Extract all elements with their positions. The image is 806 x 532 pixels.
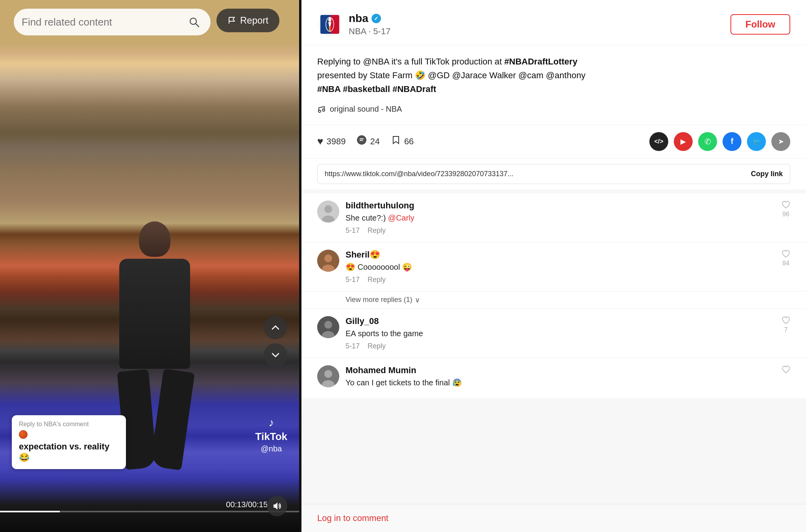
reply-button[interactable]: Reply <box>368 342 386 350</box>
share-code-button[interactable]: </> <box>649 132 668 151</box>
heart-icon: ♥ <box>317 135 323 147</box>
volume-button[interactable] <box>267 496 287 516</box>
svg-marker-2 <box>274 503 277 510</box>
tiktok-handle: @nba <box>261 444 282 453</box>
share-pocket-button[interactable]: ▶ <box>674 132 693 151</box>
svg-point-16 <box>324 205 332 213</box>
comment-body: bildthertuhulong She cute?:) @Carly 5-17… <box>346 201 775 235</box>
facebook-icon: f <box>731 137 734 146</box>
comment-body: Gilly_08 EA sports to the game 5-17 Repl… <box>346 316 775 350</box>
svg-rect-8 <box>331 15 339 34</box>
post-text-line1: Replying to @NBA it's a full TikTok prod… <box>317 55 790 68</box>
comment-text: She cute?:) @Carly <box>346 212 775 223</box>
comments-section: bildthertuhulong She cute?:) @Carly 5-17… <box>301 190 806 504</box>
chevron-down-icon: ∨ <box>415 296 420 304</box>
comment-icon <box>357 135 367 148</box>
tiktok-watermark: ♪ TikTok @nba <box>255 416 287 453</box>
author-subtitle: NBA · 5-17 <box>349 26 390 37</box>
comment-item: Sheril😍 😍 Cooooooool 😜 5-17 Reply 84 <box>301 243 806 291</box>
bookmark-icon <box>391 135 401 148</box>
comment-username: Gilly_08 <box>346 316 775 326</box>
pocket-icon: ▶ <box>680 137 686 146</box>
original-sound[interactable]: original sound - NBA <box>317 103 790 115</box>
nav-up-button[interactable] <box>264 316 287 339</box>
comment-like[interactable] <box>782 365 790 374</box>
report-label: Report <box>240 15 268 26</box>
share-more-icon: ➤ <box>778 137 784 146</box>
check-icon: ✓ <box>374 15 379 22</box>
post-content: Replying to @NBA it's a full TikTok prod… <box>301 45 806 125</box>
code-icon: </> <box>654 138 663 145</box>
reply-button[interactable]: Reply <box>368 226 386 235</box>
video-time: 00:13/00:15 <box>226 500 268 509</box>
post-text-line3: #NBA #basketball #NBADraft <box>317 82 790 96</box>
whatsapp-icon: ✆ <box>704 137 711 146</box>
comment-meta: 5-17 Reply <box>346 226 775 235</box>
share-more-button[interactable]: ➤ <box>771 132 790 151</box>
comment-like[interactable]: 84 <box>782 250 790 267</box>
svg-point-22 <box>324 321 332 329</box>
comment-overlay-text: expectation vs. reality 😂 <box>19 441 119 464</box>
view-more-label: View more replies (1) <box>346 296 412 304</box>
comment-body: Sheril😍 😍 Cooooooool 😜 5-17 Reply <box>346 250 775 284</box>
post-text-line2: presented by State Farm 🤣 @GD @Jarace Wa… <box>317 68 790 82</box>
login-comment-button[interactable]: Log in to comment <box>317 513 388 523</box>
comment-like[interactable]: 7 <box>782 316 790 333</box>
comment-date: 5-17 <box>346 342 360 350</box>
nav-down-button[interactable] <box>264 343 287 367</box>
svg-rect-7 <box>320 15 329 34</box>
svg-point-25 <box>324 370 332 378</box>
like-count: 96 <box>782 211 789 218</box>
like-count: 3989 <box>326 136 346 147</box>
comment-username: Sheril😍 <box>346 250 775 260</box>
view-more-replies[interactable]: View more replies (1) ∨ <box>301 292 806 308</box>
bookmark-action[interactable]: 66 <box>391 135 414 148</box>
search-icon[interactable] <box>185 13 203 31</box>
comment-like[interactable]: 96 <box>782 201 790 218</box>
video-progress-fill <box>0 511 60 512</box>
sound-label: original sound - NBA <box>330 103 402 115</box>
right-panel: nba ✓ NBA · 5-17 Follow Replying to @NBA… <box>301 0 806 532</box>
comment-action[interactable]: 24 <box>357 135 379 148</box>
svg-line-1 <box>196 24 199 27</box>
comment-date: 5-17 <box>346 226 360 235</box>
comment-text: Yo can I get tickets to the final 😰 <box>346 377 775 388</box>
comment-item: bildthertuhulong She cute?:) @Carly 5-17… <box>301 193 806 242</box>
verified-badge: ✓ <box>372 14 381 23</box>
comment-date: 5-17 <box>346 276 360 284</box>
avatar <box>317 250 339 272</box>
video-progress-bar[interactable] <box>0 511 299 512</box>
comment-overlay-header: Reply to NBA's comment <box>19 421 119 428</box>
nba-ball-overlay <box>19 430 28 439</box>
video-area[interactable]: ♪ TikTok @nba Reply to NBA's comment exp… <box>0 0 299 532</box>
share-facebook-button[interactable]: f <box>723 132 741 151</box>
report-button[interactable]: Report <box>216 9 279 32</box>
follow-button[interactable]: Follow <box>730 14 790 35</box>
share-whatsapp-button[interactable]: ✆ <box>698 132 717 151</box>
url-text: https://www.tiktok.com/@nba/video/723392… <box>325 170 747 178</box>
nba-logo <box>317 12 342 37</box>
search-input[interactable] <box>22 16 181 28</box>
reply-button[interactable]: Reply <box>368 276 386 284</box>
share-twitter-button[interactable]: 🐦 <box>747 132 766 151</box>
copy-link-button[interactable]: Copy link <box>751 170 783 178</box>
post-author: nba ✓ NBA · 5-17 <box>317 12 390 37</box>
share-actions: </> ▶ ✆ f 🐦 ➤ <box>649 132 790 151</box>
login-comment-bar: Log in to comment <box>301 504 806 532</box>
comment-item: Gilly_08 EA sports to the game 5-17 Repl… <box>301 309 806 357</box>
svg-point-19 <box>324 254 332 262</box>
bookmark-count: 66 <box>404 136 414 147</box>
comment-text: 😍 Cooooooool 😜 <box>346 261 775 272</box>
author-name-text: nba <box>349 12 368 25</box>
svg-point-14 <box>357 136 366 144</box>
comment-username: bildthertuhulong <box>346 201 775 211</box>
comment-meta: 5-17 Reply <box>346 276 775 284</box>
comment-overlay: Reply to NBA's comment expectation vs. r… <box>12 415 126 469</box>
avatar <box>317 365 339 387</box>
like-action[interactable]: ♥ 3989 <box>317 135 346 147</box>
comment-count: 24 <box>370 136 379 147</box>
comment-username: Mohamed Mumin <box>346 365 775 376</box>
author-info: nba ✓ NBA · 5-17 <box>349 12 390 37</box>
twitter-icon: 🐦 <box>752 138 760 145</box>
post-header: nba ✓ NBA · 5-17 Follow <box>301 0 806 45</box>
